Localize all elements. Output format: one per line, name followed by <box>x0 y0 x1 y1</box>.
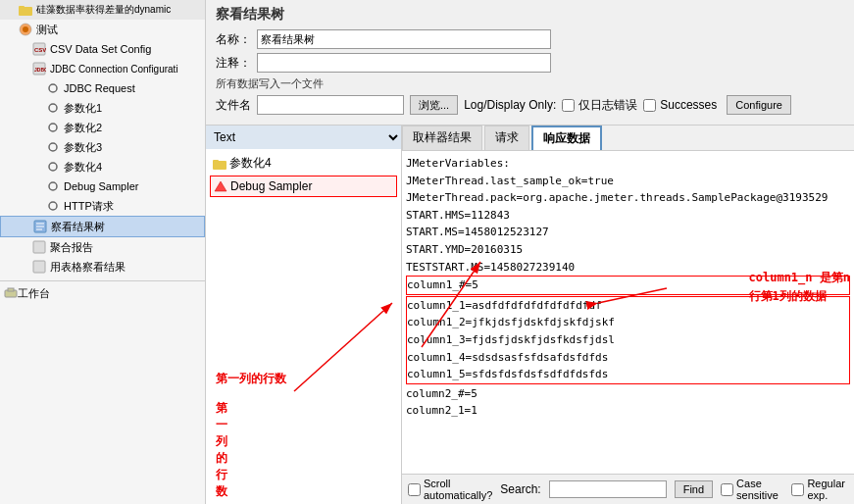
sidebar-label-param4: 参数化4 <box>64 160 102 175</box>
scroll-checkbox-group: Scroll automatically? <box>408 478 492 501</box>
regex-checkbox[interactable] <box>791 483 804 496</box>
sidebar-label-param2: 参数化2 <box>64 121 102 135</box>
svg-point-3 <box>23 26 28 32</box>
case-sensitive-group: Case sensitive <box>721 478 783 501</box>
successes-checkbox[interactable] <box>643 99 656 112</box>
tab-request[interactable]: 请求 <box>484 126 529 150</box>
sidebar-item-table-results[interactable]: 用表格察看结果 <box>0 257 205 277</box>
response-line-12: column1_5=sfdsfdsfdsfsdfdfdsfds <box>407 366 849 383</box>
circle-icon-param4 <box>45 159 61 175</box>
svg-point-10 <box>49 124 57 131</box>
tab-sampler-result[interactable]: 取样器结果 <box>402 126 482 150</box>
sidebar-item-dynamic[interactable]: 硅藻数据率获得差量的dynamic <box>0 0 205 20</box>
tabs-bar: 取样器结果 请求 响应数据 <box>402 126 854 151</box>
sidebar-item-view-results[interactable]: 察看结果树 <box>0 216 205 237</box>
panel-tree: 参数化4 Debug Sampler <box>206 149 401 504</box>
aggregate-icon <box>31 239 47 255</box>
sidebar-item-test[interactable]: 测试 <box>0 20 205 39</box>
param4-folder-icon <box>212 156 227 172</box>
comment-row: 注释： <box>216 53 844 73</box>
circle-icon-http <box>45 198 61 214</box>
sidebar-label-param3: 参数化3 <box>64 140 102 155</box>
svg-rect-24 <box>213 160 219 163</box>
sidebar-item-param4[interactable]: 参数化4 <box>0 157 205 176</box>
scroll-label: Scroll automatically? <box>424 478 492 501</box>
comment-label: 注释： <box>216 55 251 72</box>
search-label: Search: <box>500 482 540 496</box>
bottom-bar: Scroll automatically? Search: Find Case … <box>402 474 854 504</box>
svg-point-8 <box>49 84 57 92</box>
successes-label: Successes <box>660 98 717 112</box>
circle-icon-debug <box>45 178 61 194</box>
sidebar-label-jdbc-req: JDBC Request <box>64 82 135 94</box>
sidebar-item-param2[interactable]: 参数化2 <box>0 118 205 137</box>
file-row: 文件名 浏览... Log/Display Only: 仅日志错误 Succes… <box>216 95 844 115</box>
sidebar-label-table-results: 用表格察看结果 <box>50 260 126 275</box>
content-header: 察看结果树 名称： 注释： 所有数据写入一个文件 文件名 浏览... Log/D… <box>206 0 854 126</box>
name-input[interactable] <box>257 29 551 49</box>
error-checkbox[interactable] <box>562 99 575 112</box>
scroll-checkbox[interactable] <box>408 483 421 496</box>
tree-label-debug: Debug Sampler <box>230 179 312 193</box>
sidebar-item-workbench[interactable]: 工作台 <box>0 280 205 303</box>
response-line-0: JMeterVariables: <box>406 155 850 173</box>
tree-item-debug[interactable]: Debug Sampler <box>210 176 397 197</box>
table-icon <box>31 259 47 275</box>
case-sensitive-label: Case sensitive <box>736 478 783 501</box>
right-panel: 取样器结果 请求 响应数据 JMeterVariables: JMeterThr… <box>402 126 854 504</box>
jdbc-icon: JDBC <box>31 61 47 76</box>
svg-point-9 <box>49 104 57 112</box>
response-line-1: JMeterThread.last_sample_ok=true <box>406 173 850 190</box>
sidebar-item-param1[interactable]: 参数化1 <box>0 98 205 118</box>
search-input[interactable] <box>549 480 667 498</box>
file-note: 所有数据写入一个文件 <box>216 76 844 91</box>
test-icon <box>18 22 33 37</box>
sidebar-item-http[interactable]: HTTP请求 <box>0 196 205 216</box>
circle-icon-param1 <box>45 100 61 116</box>
name-row: 名称： <box>216 29 844 49</box>
browse-button[interactable]: 浏览... <box>410 95 458 115</box>
circle-icon-param2 <box>45 120 61 135</box>
column1-block: column1_1=asdfdfdfdfdfdfdfdfdf column1_2… <box>406 296 850 384</box>
panel-header: Text <box>206 126 401 149</box>
error-checkbox-group: 仅日志错误 <box>562 97 637 114</box>
svg-rect-20 <box>33 261 45 273</box>
sidebar-label-debug: Debug Sampler <box>64 180 138 192</box>
response-line-14: column2_1=1 <box>406 402 850 420</box>
folder-icon <box>18 2 33 18</box>
sidebar-item-aggregate[interactable]: 聚合报告 <box>0 237 205 257</box>
page-title: 察看结果树 <box>216 6 844 24</box>
sidebar-label-workbench: 工作台 <box>18 286 50 301</box>
sidebar-item-csv[interactable]: CSV CSV Data Set Config <box>0 39 205 59</box>
sidebar-label-dynamic: 硅藻数据率获得差量的dynamic <box>36 3 171 17</box>
response-line-13: column2_#=5 <box>406 385 850 403</box>
sidebar-item-jdbc-req[interactable]: JDBC Request <box>0 78 205 98</box>
response-line-10: column1_3=fjdsfjdskfjdsfkdsfjdsl <box>407 331 849 349</box>
tree-item-param4[interactable]: 参数化4 <box>210 153 397 174</box>
sidebar-item-debug[interactable]: Debug Sampler <box>0 176 205 196</box>
regex-group: Regular exp. <box>791 478 848 501</box>
svg-point-13 <box>49 182 57 190</box>
svg-point-12 <box>49 163 57 171</box>
sidebar: 硅藻数据率获得差量的dynamic 测试 CSV CSV Data Set Co… <box>0 0 206 504</box>
sidebar-label-jdbc: JDBC Connection Configurati <box>50 64 178 75</box>
regex-label: Regular exp. <box>807 478 848 501</box>
sidebar-item-jdbc-config[interactable]: JDBC JDBC Connection Configurati <box>0 59 205 78</box>
sidebar-item-param3[interactable]: 参数化3 <box>0 137 205 157</box>
find-button[interactable]: Find <box>675 480 713 498</box>
response-line-3: START.HMS=112843 <box>406 207 850 225</box>
file-label: 文件名 <box>216 97 251 114</box>
text-dropdown[interactable]: Text <box>206 126 401 149</box>
file-input[interactable] <box>257 95 404 115</box>
workbench-icon <box>4 285 18 301</box>
response-content[interactable]: JMeterVariables: JMeterThread.last_sampl… <box>402 151 854 474</box>
response-line-2: JMeterThread.pack=org.apache.jmeter.thre… <box>406 189 850 207</box>
tab-response-data[interactable]: 响应数据 <box>531 126 602 150</box>
svg-rect-19 <box>33 241 45 253</box>
sidebar-label-http: HTTP请求 <box>64 199 114 214</box>
configure-button[interactable]: Configure <box>727 95 791 115</box>
case-sensitive-checkbox[interactable] <box>721 483 733 496</box>
circle-icon-param3 <box>45 139 61 155</box>
log-display-label: Log/Display Only: <box>464 98 556 112</box>
comment-input[interactable] <box>257 53 551 73</box>
